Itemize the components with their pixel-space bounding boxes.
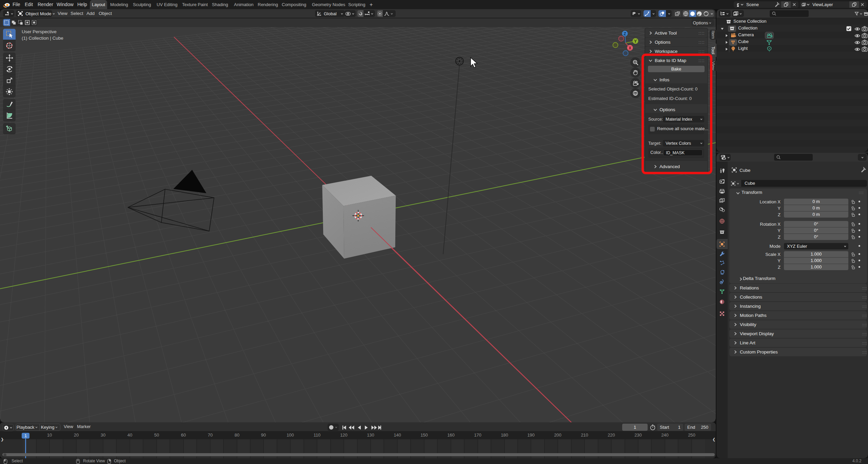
svg-text:Z: Z <box>624 32 626 36</box>
svg-text:Y: Y <box>634 39 637 44</box>
svg-text:X: X <box>629 46 631 51</box>
